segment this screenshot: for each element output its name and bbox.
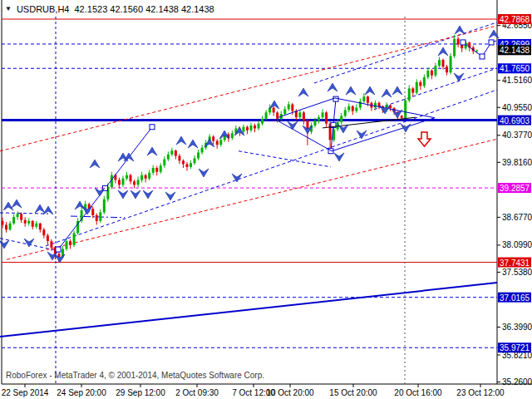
candle-up [121, 179, 124, 185]
candle-up [374, 103, 377, 108]
candle-down [175, 150, 177, 155]
candle-down [130, 175, 132, 182]
candle-up [66, 241, 68, 249]
long-term-trendline [0, 283, 497, 337]
time-tick-label: 24 Sep 20:00 [57, 388, 106, 397]
candle-up [242, 127, 244, 132]
chart-ohlc-quotes: 42.1523 42.1560 42.1438 42.1438 [75, 4, 214, 14]
price-tick-label: 40.9550 [502, 103, 532, 112]
red-down-arrow-icon [418, 132, 431, 146]
fractal-up-arrow-icon [3, 202, 13, 210]
candle-up [197, 152, 200, 158]
candle-up [453, 39, 456, 57]
candle-up [194, 158, 196, 163]
candle-up [355, 108, 357, 111]
price-chart[interactable]: 42.655041.516040.955040.377039.816038.67… [0, 0, 532, 399]
fractal-up-arrow-icon [35, 204, 45, 213]
candle-up [163, 160, 165, 166]
candle-up [408, 88, 411, 101]
time-tick-label: 10 Oct 20:00 [266, 388, 314, 397]
candle-up [103, 200, 106, 213]
candle-up [231, 133, 234, 138]
candle-up [322, 112, 324, 117]
fractal-up-arrow-icon [382, 89, 392, 97]
price-scale[interactable]: 42.655041.516040.955040.377039.816038.67… [497, 14, 532, 387]
candle-up [359, 101, 362, 108]
triangle-lower-1 [278, 121, 332, 151]
candle-down [419, 82, 421, 86]
candle-up [35, 224, 37, 227]
candle-down [96, 215, 98, 221]
candle-down [47, 235, 49, 241]
fractal-down-arrow-icon [143, 190, 153, 199]
fractal-down-arrow-icon [118, 190, 128, 199]
candle-up [434, 66, 436, 76]
fractal-up-arrow-icon [90, 160, 100, 168]
candle-up [167, 155, 170, 160]
fractal-up-arrow-icon [12, 200, 22, 208]
chart-window[interactable]: ▼ USDRUB,H4 42.1523 42.1560 42.1438 42.1… [0, 0, 532, 399]
candle-up [362, 96, 365, 101]
price-tick-label: 37.5380 [502, 268, 532, 277]
candle-down [2, 221, 4, 225]
candle-down [303, 112, 305, 121]
fractal-up-arrow-icon [269, 101, 279, 109]
fractal-up-arrow-icon [392, 86, 402, 95]
fractal-down-arrow-icon [165, 192, 175, 200]
candle-down [367, 96, 369, 103]
candle-down [401, 116, 403, 117]
candle-up [426, 71, 429, 77]
fractal-down-arrow-icon [131, 190, 140, 199]
fractal-up-arrow-icon [438, 47, 448, 56]
candle-down [5, 224, 7, 229]
trendline-handle [56, 247, 61, 252]
price-badge-label: 40.6903 [500, 116, 530, 126]
candle-up [160, 165, 162, 172]
candle-up [249, 126, 252, 131]
candle-down [182, 160, 185, 164]
fractal-up-arrow-icon [328, 83, 337, 91]
candle-up [9, 224, 12, 230]
candle-up [148, 173, 150, 179]
candle-down [291, 104, 293, 111]
candle-down [133, 181, 135, 185]
fractal-down-arrow-icon [334, 153, 344, 161]
fractal-down-arrow-icon [82, 206, 92, 214]
channel-lower [46, 90, 497, 246]
candles-layer [2, 35, 479, 262]
fractal-up-arrow-icon [43, 206, 53, 214]
candle-down [442, 60, 445, 66]
forecast-node [489, 40, 494, 45]
candle-up [73, 233, 76, 245]
candle-down [352, 106, 354, 111]
candle-up [27, 221, 30, 224]
symbol-dropdown-arrow-icon[interactable]: ▼ [5, 5, 12, 13]
time-tick-label: 29 Sep 12:00 [116, 388, 165, 397]
fractal-down-arrow-icon [380, 106, 390, 114]
price-tick-label: 40.3770 [502, 131, 532, 140]
candle-down [155, 168, 158, 172]
candle-down [42, 229, 45, 235]
fractal-up-arrow-icon [298, 88, 308, 96]
price-tick-label: 36.3990 [502, 323, 532, 332]
fractal-up-arrow-icon [188, 140, 198, 148]
candle-up [318, 117, 320, 121]
candle-up [201, 148, 204, 153]
fractal-up-arrow-icon [365, 86, 375, 95]
candle-down [254, 126, 256, 128]
candle-up [340, 116, 342, 122]
price-tick-label: 38.0990 [502, 240, 532, 249]
fractal-down-arrow-icon [454, 73, 464, 81]
candle-up [475, 51, 478, 52]
price-badge-label: 37.7431 [500, 259, 530, 268]
candle-down [273, 108, 275, 113]
candle-up [152, 168, 155, 173]
candle-down [411, 88, 414, 92]
price-badge-label: 37.0165 [500, 293, 530, 303]
time-scale[interactable]: 22 Sep 201424 Sep 20:0029 Sep 12:002 Oct… [2, 384, 505, 397]
price-tick-label: 39.8160 [502, 158, 532, 167]
candle-up [99, 212, 101, 220]
candle-down [185, 164, 188, 166]
candle-down [91, 209, 94, 215]
price-badge-label: 42.7868 [500, 15, 530, 24]
